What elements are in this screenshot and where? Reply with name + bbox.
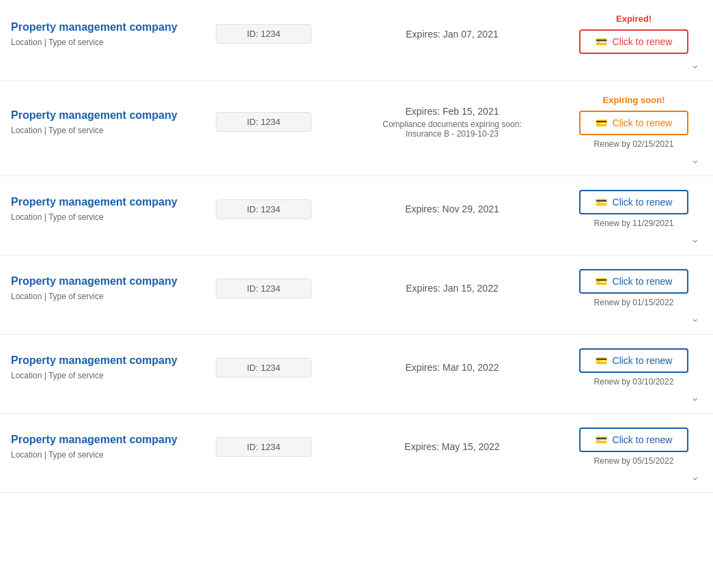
credit-card-icon: 💳 [596,355,607,366]
company-meta: Location | Type of service [11,212,216,222]
company-name: Property management company [11,275,216,288]
id-badge: ID: 1234 [216,358,311,378]
id-badge: ID: 1234 [216,199,311,219]
credit-card-icon: 💳 [596,197,607,208]
action-section: Expired! 💳 Click to renew [565,14,702,54]
company-meta: Location | Type of service [11,38,216,47]
item-info: Property management company Location | T… [11,196,216,222]
chevron-down-icon[interactable]: ⌄ [690,58,699,71]
item-info: Property management company Location | T… [11,354,216,380]
id-badge: ID: 1234 [216,279,311,298]
credit-card-icon: 💳 [596,434,607,445]
expires-date: Expires: Mar 10, 2022 [352,362,552,373]
renew-by-date: Renew by 01/15/2022 [594,298,674,307]
renew-by-date: Renew by 11/29/2021 [594,219,674,228]
expires-section: Expires: Feb 15, 2021 Compliance documen… [339,106,565,139]
list-item: Property management company Location | T… [0,176,713,255]
action-section: 💳 Click to renew Renew by 05/15/2022 [565,428,702,466]
renew-button[interactable]: 💳 Click to renew [579,111,688,135]
item-id-section: ID: 1234 [216,279,339,298]
id-badge: ID: 1234 [216,437,311,457]
expires-date: Expires: Nov 29, 2021 [352,204,552,214]
credit-card-icon: 💳 [596,276,607,287]
expires-section: Expires: Mar 10, 2022 [339,362,565,373]
item-id-section: ID: 1234 [216,24,339,44]
list-item: Property management company Location | T… [0,255,713,335]
renew-button-label: Click to renew [613,117,673,128]
item-info: Property management company Location | T… [11,275,216,301]
compliance-note: Compliance documents expiring soon:Insur… [352,120,552,139]
item-id-section: ID: 1234 [216,437,339,457]
expires-section: Expires: Jan 15, 2022 [339,283,565,294]
action-section: Expiring soon! 💳 Click to renew Renew by… [565,95,702,149]
credit-card-icon: 💳 [596,117,607,128]
expires-date: Expires: Jan 07, 2021 [352,29,552,40]
action-section: 💳 Click to renew Renew by 11/29/2021 [565,190,702,228]
renew-button[interactable]: 💳 Click to renew [579,269,688,294]
list-item: Property management company Location | T… [0,0,713,81]
expires-section: Expires: Nov 29, 2021 [339,204,565,214]
list-item: Property management company Location | T… [0,81,713,176]
action-section: 💳 Click to renew Renew by 01/15/2022 [565,269,702,307]
item-id-section: ID: 1234 [216,358,339,378]
action-section: 💳 Click to renew Renew by 03/10/2022 [565,348,702,387]
list-item: Property management company Location | T… [0,414,713,493]
renew-by-date: Renew by 05/15/2022 [594,456,674,466]
chevron-down-icon[interactable]: ⌄ [690,153,699,166]
chevron-down-icon[interactable]: ⌄ [690,311,699,324]
item-id-section: ID: 1234 [216,112,339,132]
company-meta: Location | Type of service [11,292,216,301]
item-info: Property management company Location | T… [11,21,216,47]
chevron-down-icon[interactable]: ⌄ [690,391,699,404]
item-info: Property management company Location | T… [11,434,216,460]
company-name: Property management company [11,354,216,367]
company-meta: Location | Type of service [11,126,216,135]
expires-date: Expires: Feb 15, 2021 [352,106,552,117]
chevron-down-icon[interactable]: ⌄ [690,232,699,245]
renew-button-label: Click to renew [613,355,673,366]
item-id-section: ID: 1234 [216,199,339,219]
item-info: Property management company Location | T… [11,109,216,135]
expires-section: Expires: Jan 07, 2021 [339,29,565,40]
company-name: Property management company [11,109,216,122]
expires-date: Expires: May 15, 2022 [352,441,552,452]
renew-button-label: Click to renew [613,36,673,47]
renew-button-label: Click to renew [613,434,673,445]
company-name: Property management company [11,196,216,208]
renew-by-date: Renew by 03/10/2022 [594,377,674,387]
renew-button[interactable]: 💳 Click to renew [579,29,688,54]
id-badge: ID: 1234 [216,24,311,44]
id-badge: ID: 1234 [216,112,311,132]
list-item: Property management company Location | T… [0,335,713,414]
credit-card-icon: 💳 [596,36,607,47]
renew-button[interactable]: 💳 Click to renew [579,348,688,373]
company-meta: Location | Type of service [11,450,216,460]
license-list: Property management company Location | T… [0,0,713,493]
expires-section: Expires: May 15, 2022 [339,441,565,452]
status-badge: Expiring soon! [603,95,665,105]
chevron-down-icon[interactable]: ⌄ [690,470,699,483]
status-badge: Expired! [616,14,652,24]
company-meta: Location | Type of service [11,371,216,380]
renew-button-label: Click to renew [613,197,673,208]
renew-button[interactable]: 💳 Click to renew [579,190,688,214]
renew-button[interactable]: 💳 Click to renew [579,428,688,452]
renew-button-label: Click to renew [613,276,673,287]
expires-date: Expires: Jan 15, 2022 [352,283,552,294]
company-name: Property management company [11,21,216,33]
renew-by-date: Renew by 02/15/2021 [594,139,674,149]
company-name: Property management company [11,434,216,446]
